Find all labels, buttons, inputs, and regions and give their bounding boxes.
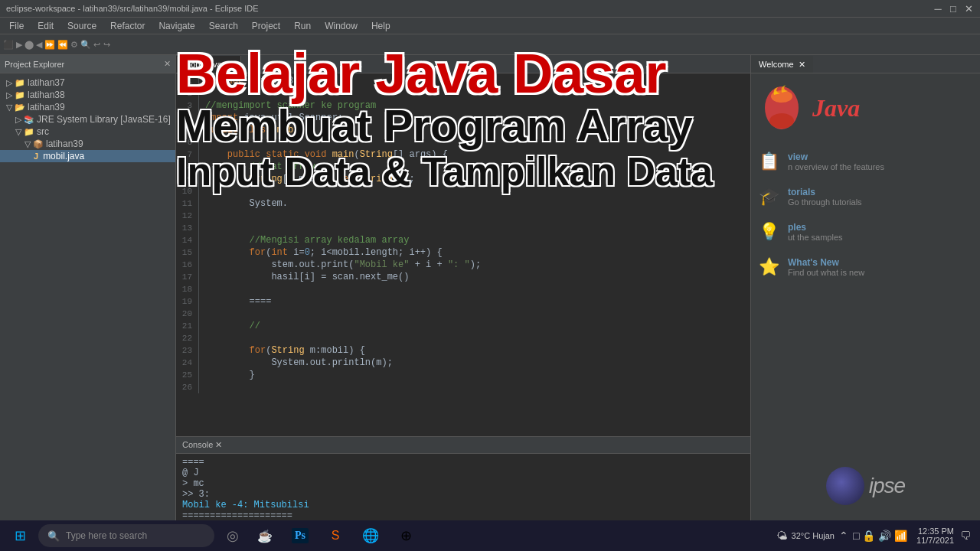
- menu-run[interactable]: Run: [288, 19, 317, 33]
- menu-refactor[interactable]: Refactor: [104, 19, 151, 33]
- taskbar: ⊞ 🔍 Type here to search ◎ ☕ Ps S 🌐 ⊕ 🌤 3…: [0, 520, 980, 551]
- tutorials-desc: Go through tutorials: [788, 197, 862, 207]
- taskbar-app-chrome[interactable]: ⊕: [389, 522, 423, 549]
- menu-navigate[interactable]: Navigate: [152, 19, 201, 33]
- weather-icon: 🌤: [776, 530, 787, 542]
- code-line: 26: [176, 381, 750, 393]
- sidebar-label: latihan37: [28, 77, 65, 88]
- close-button[interactable]: ✕: [963, 3, 974, 14]
- sidebar-label: latihan39: [46, 139, 83, 149]
- welcome-tutorials[interactable]: 🎓 torials Go through tutorials: [759, 182, 972, 211]
- code-line: 9 String[] mobi = new String[5];: [176, 173, 750, 185]
- sidebar-item-mobil-java[interactable]: J mobil.java: [0, 150, 175, 162]
- sublime-icon: S: [332, 529, 340, 543]
- java-logo: Java: [759, 81, 972, 135]
- menu-help[interactable]: Help: [365, 19, 397, 33]
- java-text: Java: [812, 94, 860, 122]
- code-editor[interactable]: 1package latihan39; 2 3//mengimport scan…: [176, 73, 750, 436]
- code-line: 15 for(int i=0; i<mobil.length; i++) {: [176, 246, 750, 259]
- tab-close-icon[interactable]: ✕: [227, 60, 233, 69]
- expand-icon: ▷: [15, 115, 21, 125]
- taskbar-app-sublime[interactable]: S: [318, 522, 352, 549]
- menu-file[interactable]: File: [3, 19, 30, 33]
- welcome-overview[interactable]: 📋 view n overview of the features: [759, 147, 972, 176]
- code-line: 18: [176, 283, 750, 295]
- console-line: @ J: [182, 468, 744, 478]
- console-header: Console ✕: [176, 437, 750, 454]
- code-line: 3//mengimport scanner ke program: [176, 99, 750, 112]
- console-line: ====================: [182, 510, 744, 520]
- windows-icon: ⊞: [15, 527, 26, 544]
- console-output: ==== @ J > mc >> 3: Mobil ke -4: Mitsubi…: [176, 454, 750, 520]
- sidebar-item-src[interactable]: ▽ 📁 src: [0, 126, 175, 138]
- welcome-panel: Welcome ✕ Java 📋 view n overview of: [750, 55, 980, 520]
- minimize-button[interactable]: ─: [933, 3, 943, 14]
- photoshop-icon: Ps: [292, 528, 309, 543]
- weather-text: 32°C Hujan: [792, 531, 835, 540]
- menu-search[interactable]: Search: [203, 19, 244, 33]
- samples-desc: ut the samples: [788, 233, 843, 242]
- tutorials-icon: 🎓: [759, 187, 780, 207]
- start-button[interactable]: ⊞: [3, 522, 37, 549]
- taskbar-search-bar[interactable]: 🔍 Type here to search: [38, 524, 214, 547]
- menu-edit[interactable]: Edit: [31, 19, 60, 33]
- sidebar-item-latihan39-package[interactable]: ▽ 📦 latihan39: [0, 138, 175, 150]
- chrome-icon: ⊕: [400, 527, 412, 544]
- code-line: 12: [176, 210, 750, 222]
- maximize-button[interactable]: □: [948, 3, 959, 14]
- editor-area: mobil.java ✕ 1package latihan39; 2 3//me…: [176, 55, 750, 520]
- taskbar-app-browser[interactable]: 🌐: [354, 522, 387, 549]
- main-layout: Project Explorer ✕ ▷ 📁 latihan37 ▷ 📁 lat…: [0, 55, 980, 520]
- package-icon: 📦: [33, 139, 44, 149]
- window-controls: ─ □ ✕: [933, 3, 974, 14]
- clock-date: 11/7/2021: [916, 536, 954, 545]
- taskbar-right: 🌤 32°C Hujan ⌃ □ 🔒 🔊 📶 12:35 PM 11/7/202…: [776, 527, 977, 545]
- welcome-whatsnew[interactable]: ⭐ What's New Find out what is new: [759, 253, 972, 282]
- taskbar-tray-icons: □ 🔒 🔊 📶: [853, 530, 907, 542]
- notification-icon[interactable]: 🗨: [960, 530, 971, 542]
- code-line: 8 //buat array: [176, 161, 750, 173]
- code-line: 24 System.out.println(m);: [176, 357, 750, 369]
- sidebar-tree: ▷ 📁 latihan37 ▷ 📁 latihan38 ▽ 📂 latihan3…: [0, 73, 175, 520]
- taskbar-app-eclipse[interactable]: ☕: [248, 522, 282, 549]
- code-line: 20: [176, 308, 750, 320]
- browser-icon: 🌐: [362, 527, 379, 544]
- code-line: 5public class mobil {: [176, 124, 750, 136]
- taskbar-app-photoshop[interactable]: Ps: [283, 522, 317, 549]
- sidebar-item-latihan38[interactable]: ▷ 📁 latihan38: [0, 89, 175, 101]
- expand-icon: ▽: [24, 139, 31, 149]
- whatsnew-icon: ⭐: [759, 257, 780, 277]
- samples-title: ples: [788, 222, 843, 233]
- system-clock: 12:35 PM 11/7/2021: [916, 527, 954, 545]
- sidebar-item-jre[interactable]: ▷ 📚 JRE System Library [JavaSE-16]: [0, 113, 175, 126]
- menu-window[interactable]: Window: [318, 19, 364, 33]
- java-cup-icon: [759, 81, 805, 135]
- welcome-samples[interactable]: 💡 ples ut the samples: [759, 217, 972, 246]
- title-text: eclipse-workspace - latihan39/src/latiha…: [6, 4, 259, 13]
- lib-icon: 📚: [24, 115, 34, 125]
- eclipse-circle-icon: [826, 467, 864, 505]
- system-tray: 🌤 32°C Hujan ⌃ □ 🔒 🔊 📶: [776, 530, 908, 542]
- sidebar-close-icon[interactable]: ✕: [164, 59, 171, 69]
- tab-mobil-java[interactable]: mobil.java ✕: [176, 56, 241, 73]
- code-line: 6: [176, 136, 750, 148]
- folder-icon: 📁: [15, 78, 25, 88]
- tab-welcome[interactable]: Welcome ✕: [751, 56, 813, 73]
- console-title: Console ✕: [182, 440, 222, 450]
- chevron-up-icon[interactable]: ⌃: [839, 530, 848, 542]
- sidebar: Project Explorer ✕ ▷ 📁 latihan37 ▷ 📁 lat…: [0, 55, 176, 520]
- sidebar-item-latihan37[interactable]: ▷ 📁 latihan37: [0, 77, 175, 89]
- menubar: File Edit Source Refactor Navigate Searc…: [0, 17, 980, 34]
- code-line: 25 }: [176, 369, 750, 381]
- sidebar-title: Project Explorer: [5, 60, 64, 69]
- sidebar-item-latihan39[interactable]: ▽ 📂 latihan39: [0, 101, 175, 113]
- code-line: 21 //: [176, 320, 750, 332]
- cortana-button[interactable]: ◎: [219, 522, 247, 549]
- welcome-tab-close[interactable]: ✕: [799, 60, 805, 70]
- whatsnew-desc: Find out what is new: [788, 268, 864, 277]
- eclipse-logo-text: ipse: [869, 474, 905, 498]
- code-line: 2: [176, 87, 750, 99]
- menu-source[interactable]: Source: [61, 19, 103, 33]
- menu-project[interactable]: Project: [246, 19, 286, 33]
- console-area: Console ✕ ==== @ J > mc >> 3: Mobil ke -…: [176, 436, 750, 520]
